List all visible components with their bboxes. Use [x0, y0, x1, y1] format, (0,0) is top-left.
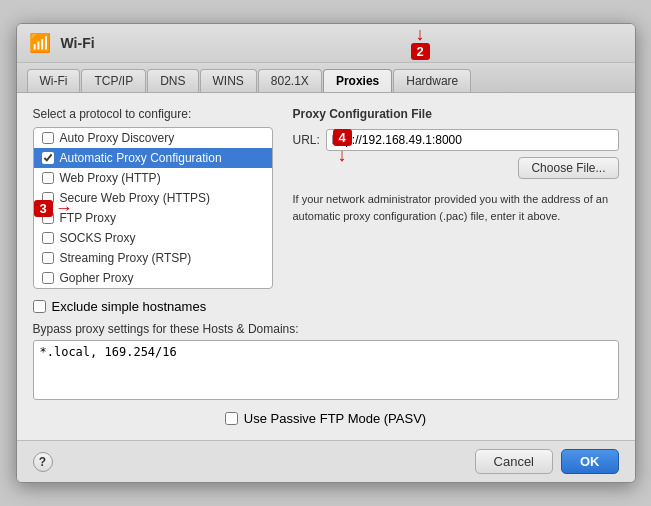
- protocol-item-0[interactable]: Auto Proxy Discovery: [34, 128, 272, 148]
- url-row: URL:: [293, 129, 619, 151]
- protocol-label-0: Auto Proxy Discovery: [60, 131, 175, 145]
- bottom-section: Exclude simple hostnames Bypass proxy se…: [33, 299, 619, 403]
- protocol-checkbox-0[interactable]: [42, 132, 54, 144]
- bottom-bar: ? Cancel OK: [17, 440, 635, 482]
- ok-button[interactable]: OK: [561, 449, 619, 474]
- exclude-hostnames-label: Exclude simple hostnames: [52, 299, 207, 314]
- protocol-item-2[interactable]: Web Proxy (HTTP): [34, 168, 272, 188]
- exclude-row: Exclude simple hostnames: [33, 299, 619, 314]
- protocol-label-6: Streaming Proxy (RTSP): [60, 251, 192, 265]
- protocol-checkbox-4[interactable]: [42, 212, 54, 224]
- exclude-hostnames-checkbox[interactable]: [33, 300, 46, 313]
- cancel-button[interactable]: Cancel: [475, 449, 553, 474]
- protocol-label-1: Automatic Proxy Configuration: [60, 151, 222, 165]
- url-label: URL:: [293, 133, 320, 147]
- protocol-label-4: FTP Proxy: [60, 211, 116, 225]
- tabs-bar: Wi-FiTCP/IPDNSWINS802.1XProxiesHardware: [17, 63, 635, 93]
- tab-wi-fi[interactable]: Wi-Fi: [27, 69, 81, 92]
- passive-ftp-row: Use Passive FTP Mode (PASV): [33, 411, 619, 426]
- tab-hardware[interactable]: Hardware: [393, 69, 471, 92]
- protocol-checkbox-2[interactable]: [42, 172, 54, 184]
- main-window: 📶 Wi-Fi Wi-FiTCP/IPDNSWINS802.1XProxiesH…: [16, 23, 636, 483]
- bypass-textarea[interactable]: [33, 340, 619, 400]
- choose-file-button[interactable]: Choose File...: [518, 157, 618, 179]
- protocol-checkbox-7[interactable]: [42, 272, 54, 284]
- protocol-item-5[interactable]: SOCKS Proxy: [34, 228, 272, 248]
- wifi-icon: 📶: [29, 32, 51, 54]
- protocol-label-3: Secure Web Proxy (HTTPS): [60, 191, 210, 205]
- window-title: Wi-Fi: [61, 35, 95, 51]
- tab-proxies[interactable]: Proxies: [323, 69, 392, 92]
- bypass-label: Bypass proxy settings for these Hosts & …: [33, 322, 619, 336]
- protocol-section-label: Select a protocol to configure:: [33, 107, 273, 121]
- protocol-checkbox-1[interactable]: [42, 152, 54, 164]
- passive-ftp-label: Use Passive FTP Mode (PASV): [244, 411, 426, 426]
- titlebar: 📶 Wi-Fi: [17, 24, 635, 63]
- protocol-checkbox-5[interactable]: [42, 232, 54, 244]
- proxy-info-text: If your network administrator provided y…: [293, 191, 619, 224]
- protocol-list: Auto Proxy DiscoveryAutomatic Proxy Conf…: [33, 127, 273, 289]
- tab-tcp-ip[interactable]: TCP/IP: [81, 69, 146, 92]
- passive-ftp-checkbox[interactable]: [225, 412, 238, 425]
- protocol-item-3[interactable]: Secure Web Proxy (HTTPS): [34, 188, 272, 208]
- tab-dns[interactable]: DNS: [147, 69, 198, 92]
- protocol-item-7[interactable]: Gopher Proxy: [34, 268, 272, 288]
- protocol-label-7: Gopher Proxy: [60, 271, 134, 285]
- btn-group: Cancel OK: [475, 449, 619, 474]
- protocol-item-1[interactable]: Automatic Proxy Configuration: [34, 148, 272, 168]
- main-content: Select a protocol to configure: Auto Pro…: [17, 93, 635, 440]
- protocol-checkbox-3[interactable]: [42, 192, 54, 204]
- protocol-label-2: Web Proxy (HTTP): [60, 171, 161, 185]
- protocol-checkbox-6[interactable]: [42, 252, 54, 264]
- help-button[interactable]: ?: [33, 452, 53, 472]
- protocol-item-6[interactable]: Streaming Proxy (RTSP): [34, 248, 272, 268]
- tab-802-1x[interactable]: 802.1X: [258, 69, 322, 92]
- url-input[interactable]: [326, 129, 619, 151]
- protocol-item-4[interactable]: FTP Proxy: [34, 208, 272, 228]
- tab-wins[interactable]: WINS: [200, 69, 257, 92]
- protocol-label-5: SOCKS Proxy: [60, 231, 136, 245]
- proxy-config-title: Proxy Configuration File: [293, 107, 619, 121]
